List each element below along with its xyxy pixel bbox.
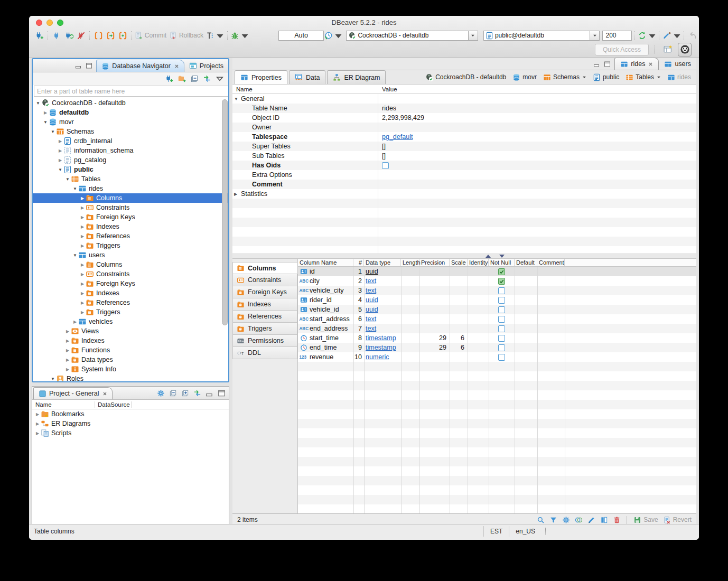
expand-arrow[interactable]: ▶	[64, 367, 71, 372]
expand-arrow[interactable]: ▼	[57, 167, 63, 172]
breadcrumb-item[interactable]: CockroachDB - defaultdb	[425, 73, 506, 81]
tree-item[interactable]: ▶ Indexes	[33, 288, 228, 298]
not-null-checkbox[interactable]	[498, 325, 505, 332]
property-row[interactable]: Table Name rides	[232, 104, 696, 113]
schema-dropdown-button[interactable]	[590, 31, 599, 40]
fetch-size-input[interactable]	[602, 31, 632, 41]
tree-item[interactable]: ▶ References	[33, 231, 228, 241]
expand-arrow[interactable]: ▶	[64, 358, 71, 362]
refresh-button[interactable]	[638, 30, 656, 41]
dropdown-arrow-icon[interactable]	[657, 75, 661, 79]
sash-up-icon[interactable]	[486, 255, 491, 258]
tree-item[interactable]: ▶ Foreign Keys	[33, 212, 228, 222]
minimize-panel-button[interactable]	[206, 389, 213, 397]
grid-column-header[interactable]: Precision	[419, 259, 450, 266]
property-row[interactable]: Tablespace pg_default	[232, 132, 696, 142]
filter-icon[interactable]	[549, 516, 557, 524]
tree-item[interactable]: ▶ Foreign Keys	[33, 279, 228, 288]
tree-item[interactable]: ▶ pg_catalog	[33, 155, 228, 165]
dropdown-arrow-icon[interactable]	[582, 75, 586, 79]
data-type-link[interactable]: text	[366, 277, 376, 285]
expand-arrow[interactable]: ▼	[72, 253, 78, 258]
close-tab-icon[interactable]	[648, 62, 653, 67]
locale-indicator[interactable]: en_US	[509, 526, 542, 537]
not-null-checkbox[interactable]	[498, 316, 505, 323]
expand-arrow[interactable]: ▼	[64, 177, 71, 182]
expand-arrow[interactable]: ▶	[79, 205, 86, 210]
grid-column-header[interactable]: Column Name	[298, 259, 353, 266]
tree-item[interactable]: ▶ Columns	[33, 260, 228, 269]
rollback-button[interactable]: Rollback	[169, 30, 205, 41]
commit-mode-combo[interactable]: Auto	[278, 31, 323, 41]
grid-column-header[interactable]: Data type	[364, 259, 401, 266]
grid-column-header[interactable]: Comment	[537, 259, 565, 266]
tree-item[interactable]: ▼ users	[33, 250, 228, 260]
expand-arrow[interactable]: ▶	[64, 348, 71, 353]
property-row[interactable]: Object ID 2,293,998,429	[232, 113, 696, 123]
data-type-link[interactable]: timestamp	[366, 334, 396, 342]
search-icon[interactable]	[537, 516, 545, 524]
not-null-checkbox[interactable]	[498, 287, 505, 294]
detail-tab[interactable]: Permissions	[232, 335, 297, 347]
column-row[interactable]: rider_id 4 uuid	[298, 295, 696, 305]
data-type-link[interactable]: uuid	[366, 306, 378, 313]
data-type-link[interactable]: text	[366, 315, 376, 323]
expand-arrow[interactable]: ▶	[57, 158, 63, 163]
project-tree-item[interactable]: ▶ Bookmarks	[32, 409, 229, 419]
close-window-button[interactable]	[36, 20, 42, 26]
schema-selector[interactable]: public@defaultdb	[483, 31, 600, 41]
sash-down-icon[interactable]	[499, 255, 505, 258]
detail-tab[interactable]: Columns	[232, 262, 297, 274]
detail-tab[interactable]: Foreign Keys	[232, 286, 297, 298]
column-row[interactable]: start_time 8 timestamp 29 6	[298, 333, 696, 343]
tree-item[interactable]: ▶ Columns	[33, 193, 228, 203]
property-row[interactable]: Extra Options	[232, 170, 696, 180]
zoom-window-button[interactable]	[57, 20, 63, 26]
data-type-link[interactable]: uuid	[366, 296, 378, 304]
collapse-all-icon[interactable]	[169, 389, 177, 397]
not-null-checkbox[interactable]	[498, 344, 505, 351]
breadcrumb-item[interactable]: rides	[667, 73, 691, 81]
value-column-header[interactable]: Value	[378, 86, 397, 92]
reconnect-button[interactable]	[63, 30, 74, 41]
gear-icon[interactable]	[157, 389, 165, 397]
property-row[interactable]: ▶ Statistics	[232, 189, 696, 199]
tree-item[interactable]: ▼ rides	[33, 184, 228, 193]
debug-button[interactable]	[231, 30, 249, 41]
data-type-link[interactable]: text	[366, 325, 376, 332]
data-type-link[interactable]: numeric	[366, 353, 389, 361]
data-type-link[interactable]: text	[366, 287, 376, 294]
property-row[interactable]: ▼ General	[232, 94, 696, 104]
disconnect-button[interactable]	[76, 30, 87, 41]
tree-item[interactable]: ▶ crdb_internal	[33, 136, 228, 146]
breadcrumb-item[interactable]: Tables	[626, 73, 661, 81]
tree-item[interactable]: ▶ Views	[33, 326, 228, 336]
expand-arrow[interactable]: ▶	[79, 272, 86, 277]
editor-subtab[interactable]: ER Diagram	[327, 70, 386, 84]
column-row[interactable]: ABCstart_address 6 text	[298, 314, 696, 324]
name-column-header[interactable]: Name	[32, 401, 95, 408]
tree-item[interactable]: ▶ Triggers	[33, 241, 228, 250]
property-value[interactable]: []	[382, 143, 386, 150]
expand-arrow[interactable]: ▶	[79, 243, 86, 248]
detail-tab[interactable]: Constraints	[232, 274, 297, 286]
transaction-log-button[interactable]	[206, 30, 225, 41]
property-value[interactable]: []	[382, 152, 386, 160]
commit-button[interactable]: Commit	[135, 30, 168, 41]
expand-arrow[interactable]: ▶	[57, 148, 63, 153]
timezone-indicator[interactable]: EST	[483, 526, 509, 537]
tree-item[interactable]: ▶ References	[33, 298, 228, 307]
tree-item[interactable]: ▶ System Info	[33, 364, 228, 374]
open-sql-editor-button[interactable]	[105, 30, 116, 41]
minimize-panel-button[interactable]	[75, 63, 82, 69]
name-column-header[interactable]: Name	[232, 86, 378, 92]
compare-icon[interactable]	[575, 516, 583, 524]
breadcrumb-item[interactable]: Schemas	[543, 73, 586, 81]
expand-arrow[interactable]: ▶	[79, 291, 86, 296]
maximize-panel-button[interactable]	[218, 389, 226, 397]
expand-arrow[interactable]: ▶	[72, 320, 78, 324]
expand-arrow[interactable]: ▶	[79, 196, 86, 201]
expand-arrow[interactable]: ▼	[50, 377, 56, 381]
tree-item[interactable]: ▶ vehicles	[33, 317, 228, 326]
link-with-editor-icon[interactable]	[193, 389, 201, 397]
